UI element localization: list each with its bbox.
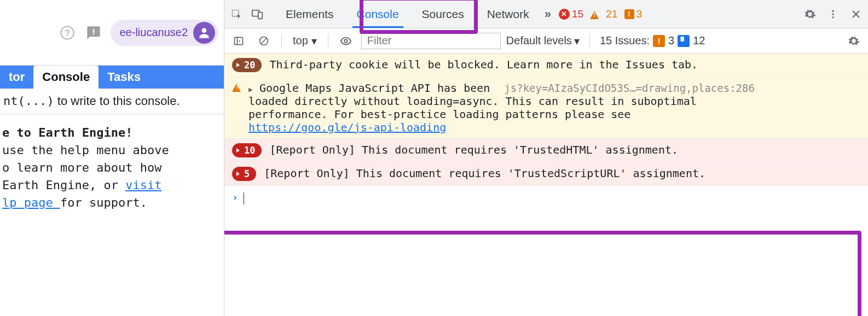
settings-icon[interactable] xyxy=(800,4,820,24)
filter-input[interactable] xyxy=(361,33,501,49)
avatar xyxy=(193,22,215,44)
hint-code: nt(...) xyxy=(3,94,54,108)
feedback-icon[interactable] xyxy=(84,24,103,42)
log-level-selector[interactable]: Default levels ▾ xyxy=(506,34,580,48)
console-messages: 20 Third-party cookie will be blocked. L… xyxy=(224,54,868,316)
message-count-pill[interactable]: 10 xyxy=(232,143,262,157)
issues-link[interactable]: 15 Issues: !3 ▘12 xyxy=(600,34,705,47)
console-message-cookie-warning[interactable]: 20 Third-party cookie will be blocked. L… xyxy=(224,54,868,77)
ee-welcome-block: e to Earth Engine! use the help menu abo… xyxy=(0,114,224,218)
svg-rect-7 xyxy=(258,12,262,19)
expand-caret-icon[interactable]: ▶ xyxy=(248,85,253,93)
close-devtools-icon[interactable] xyxy=(846,4,866,24)
clear-console-icon[interactable] xyxy=(254,31,274,51)
ee-console-hint: nt(...) to write to this console. xyxy=(0,89,224,114)
console-message-trustedhtml-error[interactable]: 10 [Report Only] This document requires … xyxy=(224,139,868,162)
tab-elements[interactable]: Elements xyxy=(275,0,345,28)
console-message-trustedscripturl-error[interactable]: 5 [Report Only] This document requires '… xyxy=(224,162,868,186)
tabs-overflow-icon[interactable]: » xyxy=(541,7,554,21)
svg-rect-2 xyxy=(93,29,94,33)
message-text: [Report Only] This document requires 'Tr… xyxy=(264,167,860,180)
context-selector[interactable]: top ▾ xyxy=(290,32,320,50)
console-settings-icon[interactable] xyxy=(844,31,864,51)
issue-badge-major-icon: ! xyxy=(653,35,665,47)
chevron-down-icon: ▾ xyxy=(311,34,317,48)
message-count-pill[interactable]: 20 xyxy=(232,58,262,72)
svg-point-10 xyxy=(832,16,834,18)
error-warning-counts: ✕15 21 !3 xyxy=(557,8,644,20)
ee-tab-bar: tor Console Tasks xyxy=(0,66,224,89)
svg-line-14 xyxy=(261,38,267,44)
highlight-box-console-input xyxy=(224,231,861,316)
warning-triangle-icon xyxy=(232,81,241,92)
message-source[interactable]: js?key=AIzaSyCIdO53S…=drawing,places:286 xyxy=(504,82,755,94)
error-count[interactable]: ✕15 xyxy=(557,8,586,20)
gmaps-loading-link[interactable]: https://goo.gle/js-api-loading xyxy=(248,121,446,134)
welcome-line-2: o learn more about how xyxy=(2,159,222,177)
visit-link[interactable]: visit xyxy=(125,178,161,192)
svg-point-9 xyxy=(832,13,834,15)
tab-sources[interactable]: Sources xyxy=(411,0,475,28)
welcome-line-3: Earth Engine, or visit xyxy=(2,177,222,194)
tab-console[interactable]: Console xyxy=(346,0,410,28)
warning-count[interactable]: 21 xyxy=(588,8,620,20)
svg-point-15 xyxy=(344,39,348,43)
ee-tab-console[interactable]: Console xyxy=(33,66,99,89)
svg-point-4 xyxy=(202,28,207,33)
text-cursor xyxy=(244,192,244,204)
ee-tab-tasks[interactable]: Tasks xyxy=(99,66,149,89)
message-text: ▶ Google Maps JavaScript API has been js… xyxy=(248,81,860,134)
devtools-tab-bar: Elements Console Sources Network » ✕15 2… xyxy=(224,0,868,28)
devtools-panel: Elements Console Sources Network » ✕15 2… xyxy=(224,0,868,316)
message-count-pill[interactable]: 5 xyxy=(232,167,256,181)
console-toolbar: top ▾ Default levels ▾ 15 Issues: !3 ▘12 xyxy=(224,28,868,54)
ee-top-bar: ? ee-liucanuse2 xyxy=(0,0,224,66)
svg-text:?: ? xyxy=(65,27,70,37)
svg-point-8 xyxy=(832,10,834,11)
issue-badge-info-icon: ▘ xyxy=(678,35,690,47)
svg-rect-11 xyxy=(235,37,243,44)
help-icon[interactable]: ? xyxy=(58,24,77,42)
sidebar-toggle-icon[interactable] xyxy=(229,31,248,51)
message-text: [Report Only] This document requires 'Tr… xyxy=(269,143,860,156)
hint-text: to write to this console. xyxy=(54,94,180,108)
chevron-down-icon: ▾ xyxy=(574,34,580,48)
console-prompt[interactable]: › xyxy=(224,186,868,210)
prompt-chevron-icon: › xyxy=(232,191,238,203)
message-text: Third-party cookie will be blocked. Lear… xyxy=(269,58,860,71)
ee-tab-inspector[interactable]: tor xyxy=(0,66,33,89)
welcome-title: e to Earth Engine! xyxy=(2,124,222,142)
inspect-element-icon[interactable] xyxy=(227,4,246,24)
welcome-line-1: use the help menu above xyxy=(2,142,222,159)
user-account-pill[interactable]: ee-liucanuse2 xyxy=(111,20,218,46)
live-expression-icon[interactable] xyxy=(336,31,356,51)
console-message-gmaps-warning[interactable]: ▶ Google Maps JavaScript API has been js… xyxy=(224,77,868,139)
welcome-line-4: lp page for support. xyxy=(2,194,222,212)
kebab-menu-icon[interactable] xyxy=(823,4,843,24)
device-toggle-icon[interactable] xyxy=(247,4,267,24)
username-label: ee-liucanuse2 xyxy=(119,26,188,39)
issue-count[interactable]: !3 xyxy=(622,8,645,20)
earth-engine-panel: ? ee-liucanuse2 tor Console Tasks nt(...… xyxy=(0,0,224,316)
svg-rect-3 xyxy=(93,33,94,34)
help-page-link[interactable]: lp page xyxy=(2,196,60,209)
tab-network[interactable]: Network xyxy=(476,0,540,28)
